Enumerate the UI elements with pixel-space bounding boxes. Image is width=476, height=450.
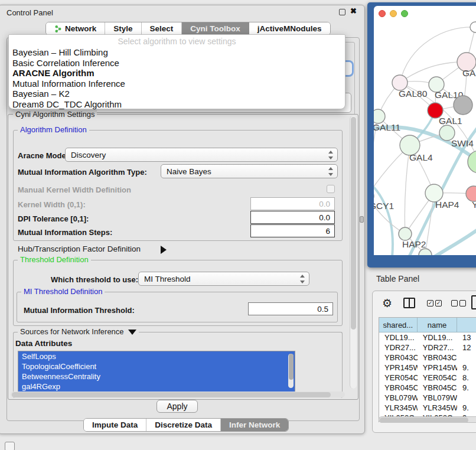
close-light-icon[interactable] bbox=[379, 10, 386, 17]
algorithm-popup-item[interactable]: Dream8 DC_TDC Algorithm bbox=[9, 99, 345, 110]
aracne-mode-label: Aracne Mode: bbox=[18, 151, 69, 160]
table-row[interactable]: YBR043CYBR043C bbox=[379, 353, 476, 363]
settings-vertical-scrollbar[interactable] bbox=[350, 116, 357, 389]
which-threshold-combobox[interactable]: MI Threshold bbox=[138, 272, 309, 286]
data-attribute-item[interactable]: SelfLoops bbox=[18, 351, 295, 361]
hub-expand-arrow-icon[interactable] bbox=[161, 244, 167, 255]
algorithm-popup-item[interactable]: Mutual Information Inference bbox=[9, 79, 345, 89]
gear-icon[interactable]: ⚙ bbox=[382, 296, 392, 310]
table-panel-card: ⚙ ✓✓ shared...name YDL19...YDL19...13YDR… bbox=[372, 291, 476, 433]
settings-vscroll-thumb[interactable] bbox=[351, 117, 356, 330]
aracne-mode-combobox[interactable]: Discovery bbox=[65, 148, 338, 162]
tab-cyni-toolbox[interactable]: Cyni Toolbox bbox=[182, 22, 249, 35]
settings-horizontal-scrollbar[interactable] bbox=[11, 392, 345, 397]
column-view-icon[interactable] bbox=[403, 298, 415, 308]
table-column-header[interactable] bbox=[457, 318, 476, 332]
table-cell: YBL079W bbox=[379, 393, 418, 403]
threshold-definition-title: Threshold Definition bbox=[18, 255, 91, 264]
data-attribute-item[interactable]: BetweennessCentrality bbox=[18, 371, 295, 381]
network-node[interactable] bbox=[374, 109, 385, 123]
table-row[interactable]: YLR345WYLR345W9. bbox=[379, 403, 476, 413]
zoom-light-icon[interactable] bbox=[401, 10, 408, 17]
tab-infer-network[interactable]: Infer Network bbox=[221, 419, 288, 431]
network-node[interactable] bbox=[454, 96, 472, 115]
tab-select[interactable]: Select bbox=[142, 22, 182, 35]
combo-stepper-icon bbox=[299, 275, 305, 283]
algorithm-dropdown-popup: Select algorithm to view settings Bayesi… bbox=[8, 34, 345, 109]
data-attributes-label: Data Attributes bbox=[15, 339, 72, 348]
deselect-all-icon[interactable] bbox=[451, 300, 466, 306]
sources-collapse-arrow-icon[interactable] bbox=[128, 327, 136, 336]
data-attribute-item[interactable]: gal4RGexp bbox=[18, 381, 295, 392]
settings-title: Cyni Algorithm Settings bbox=[13, 110, 97, 119]
minimize-light-icon[interactable] bbox=[390, 10, 397, 17]
data-attribute-item[interactable]: TopologicalCoefficient bbox=[18, 361, 295, 371]
network-node[interactable] bbox=[399, 227, 412, 240]
splitpane-grip[interactable] bbox=[360, 216, 364, 223]
table-row[interactable]: YBR045CYBR045C9. bbox=[379, 383, 476, 393]
table-cell: YBR043C bbox=[379, 353, 418, 363]
hub-definition-label: Hub/Transcription Factor Definition bbox=[18, 244, 141, 253]
table-header-row: shared...name bbox=[379, 318, 476, 332]
manual-kernel-width-checkbox[interactable] bbox=[327, 185, 335, 193]
mi-steps-input[interactable]: 6 bbox=[250, 224, 335, 237]
kernel-width-input[interactable]: 0.0 bbox=[250, 197, 335, 210]
table-cell: 12 bbox=[457, 343, 476, 353]
table-row[interactable]: YPR145WYPR145W9. bbox=[379, 363, 476, 373]
desktop: Control Panel ✖ Network Style Select Cyn… bbox=[0, 0, 476, 450]
table-column-header[interactable]: name bbox=[418, 318, 457, 332]
algorithm-popup-item[interactable]: Bayesian – K2 bbox=[9, 89, 345, 99]
network-view-window[interactable]: GALGAL80GAL10GAL1GAL11SWI4GAL4GCY1HAP4YH… bbox=[367, 2, 476, 268]
mi-threshold-input[interactable]: 0.5 bbox=[248, 302, 333, 315]
minimized-panel-icon[interactable] bbox=[5, 442, 15, 450]
select-all-icon[interactable]: ✓✓ bbox=[427, 300, 442, 306]
network-node[interactable] bbox=[470, 22, 476, 32]
table-row[interactable]: YDL19...YDL19...13 bbox=[379, 332, 476, 343]
table-cell: YBL079W bbox=[418, 393, 457, 403]
attributes-scrollbar-thumb[interactable] bbox=[289, 354, 294, 380]
table-row[interactable]: YDR27...YDR27...12 bbox=[379, 343, 476, 353]
control-panel-titlebar[interactable]: Control Panel ✖ bbox=[0, 5, 364, 19]
tab-jactivemnodules[interactable]: jActiveMNodules bbox=[249, 22, 330, 35]
tab-discretize-data[interactable]: Discretize Data bbox=[146, 419, 221, 431]
float-window-icon[interactable] bbox=[339, 9, 345, 15]
mi-threshold-definition-title: MI Threshold Definition bbox=[21, 287, 105, 296]
network-node-label: GAL4 bbox=[409, 152, 433, 162]
table-cell: YBR045C bbox=[379, 383, 418, 393]
table-body: YDL19...YDL19...13YDR27...YDR27...12YBR0… bbox=[379, 332, 476, 422]
tab-impute-data[interactable]: Impute Data bbox=[84, 419, 146, 431]
network-canvas[interactable]: GALGAL80GAL10GAL1GAL11SWI4GAL4GCY1HAP4YH… bbox=[374, 20, 476, 255]
tab-style[interactable]: Style bbox=[105, 22, 141, 35]
file-icon[interactable] bbox=[471, 295, 476, 309]
table-hscroll-thumb[interactable] bbox=[380, 418, 468, 423]
table-cell: YDL19... bbox=[379, 332, 418, 343]
kernel-width-label: Kernel Width (0,1): bbox=[18, 200, 86, 209]
algorithm-popup-item[interactable]: ARACNE Algorithm bbox=[9, 68, 345, 79]
node-table[interactable]: shared...name YDL19...YDL19...13YDR27...… bbox=[379, 317, 476, 422]
control-panel-tabbar: Network Style Select Cyni Toolbox jActiv… bbox=[45, 22, 331, 35]
table-horizontal-scrollbar[interactable] bbox=[379, 416, 476, 423]
close-window-icon[interactable]: ✖ bbox=[350, 6, 357, 15]
dpi-tolerance-input[interactable]: 0.0 bbox=[250, 211, 335, 224]
settings-hscroll-thumb[interactable] bbox=[12, 392, 331, 397]
algorithm-popup-item[interactable]: Basic Correlation Inference bbox=[9, 58, 345, 69]
table-column-header[interactable]: shared... bbox=[379, 318, 418, 332]
network-edge[interactable] bbox=[374, 174, 393, 255]
data-attributes-list[interactable]: SelfLoopsTopologicalCoefficientBetweenne… bbox=[18, 351, 295, 392]
tab-network-label: Network bbox=[65, 24, 96, 33]
table-row[interactable]: YBL079WYBL079W bbox=[379, 393, 476, 403]
mi-algorithm-type-combobox[interactable]: Naive Bayes bbox=[161, 164, 338, 178]
algorithm-popup-list: Bayesian – Hill ClimbingBasic Correlatio… bbox=[9, 47, 345, 109]
network-icon bbox=[54, 25, 62, 33]
tab-network[interactable]: Network bbox=[46, 22, 105, 35]
table-cell: YER054C bbox=[418, 373, 457, 383]
sources-title: Sources for Network Inference bbox=[18, 327, 139, 336]
table-panel-title: Table Panel bbox=[376, 274, 419, 283]
window-traffic-lights bbox=[379, 10, 408, 17]
table-cell: YLR345W bbox=[379, 403, 418, 413]
attributes-scrollbar[interactable] bbox=[288, 354, 294, 388]
table-cell: YPR145W bbox=[418, 363, 457, 373]
algorithm-popup-item[interactable]: Bayesian – Hill Climbing bbox=[9, 47, 345, 58]
table-row[interactable]: YER054CYER054C8. bbox=[379, 373, 476, 383]
apply-button[interactable]: Apply bbox=[157, 400, 198, 413]
